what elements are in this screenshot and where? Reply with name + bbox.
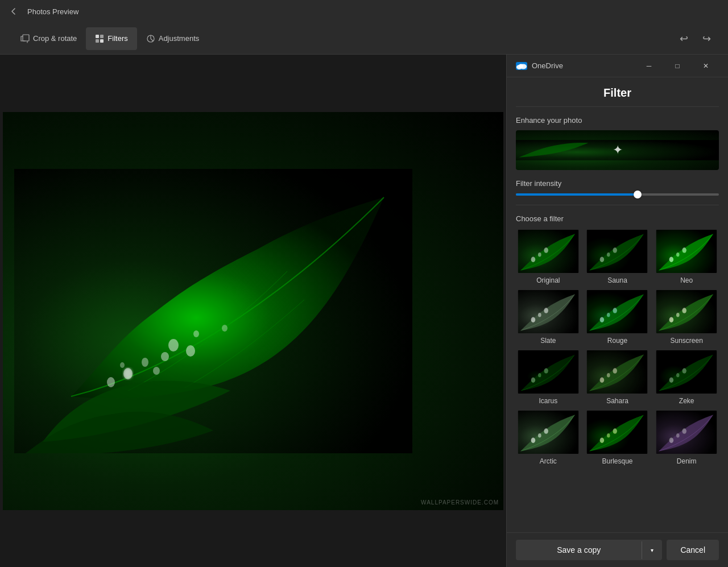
svg-point-34 — [531, 317, 535, 323]
filter-item-sauna[interactable]: Sauna — [585, 229, 650, 284]
svg-point-7 — [123, 368, 133, 379]
panel-title: Filter — [516, 86, 719, 107]
svg-point-47 — [538, 373, 541, 378]
filter-name-sahara: Sahara — [606, 397, 628, 405]
svg-point-43 — [676, 313, 680, 317]
svg-point-24 — [544, 247, 548, 253]
filter-thumb-icarus — [516, 349, 580, 395]
svg-point-13 — [186, 345, 195, 357]
toolbar: Crop & rotate Filters Adjustments ↩ ↪ — [0, 23, 728, 55]
svg-point-50 — [600, 378, 605, 383]
filter-item-icarus[interactable]: Icarus — [516, 349, 581, 405]
adjustments-button[interactable]: Adjustments — [137, 27, 209, 50]
svg-point-54 — [669, 378, 674, 383]
filters-button[interactable]: Filters — [86, 27, 136, 50]
filter-item-zeke[interactable]: Zeke — [654, 349, 719, 405]
adjustments-icon — [146, 34, 155, 43]
svg-point-38 — [600, 317, 605, 323]
save-copy-button[interactable]: Save a copy ▾ — [516, 540, 662, 560]
svg-point-16 — [161, 352, 169, 361]
svg-point-36 — [544, 308, 548, 313]
onedrive-bar: OneDrive ─ □ ✕ — [507, 55, 728, 77]
filter-thumb-zeke — [655, 349, 718, 395]
filter-panel: Filter Enhance your photo ✦ — [507, 77, 728, 532]
svg-point-66 — [669, 438, 674, 444]
svg-point-44 — [682, 308, 687, 313]
intensity-slider[interactable] — [516, 193, 719, 196]
redo-button[interactable]: ↪ — [696, 28, 717, 49]
filter-name-sauna: Sauna — [607, 276, 627, 284]
svg-point-31 — [676, 253, 680, 257]
filter-name-original: Original — [536, 276, 560, 284]
filter-thumb-slate — [516, 289, 580, 334]
svg-point-9 — [168, 339, 179, 351]
enhance-preview[interactable]: ✦ — [516, 130, 719, 170]
svg-point-28 — [613, 247, 618, 253]
undo-button[interactable]: ↩ — [673, 28, 694, 49]
filters-icon — [95, 34, 104, 43]
filter-item-original[interactable]: Original — [516, 229, 581, 284]
svg-point-52 — [613, 368, 618, 374]
filter-thumb-neo — [655, 229, 718, 274]
svg-point-27 — [607, 253, 610, 257]
svg-rect-4 — [100, 39, 104, 43]
intensity-label: Filter intensity — [516, 179, 719, 188]
svg-rect-1 — [96, 35, 99, 38]
svg-point-14 — [222, 325, 228, 332]
svg-point-56 — [682, 368, 687, 374]
enhance-label: Enhance your photo — [516, 116, 719, 125]
svg-point-68 — [682, 428, 687, 434]
filter-thumb-burlesque — [585, 409, 649, 455]
cancel-button[interactable]: Cancel — [667, 540, 719, 560]
svg-point-42 — [669, 317, 674, 323]
svg-point-11 — [107, 377, 115, 387]
crop-rotate-label: Crop & rotate — [33, 34, 77, 43]
svg-point-12 — [153, 367, 160, 375]
svg-point-32 — [682, 247, 687, 253]
svg-rect-2 — [100, 35, 104, 38]
svg-point-15 — [120, 362, 125, 368]
svg-point-23 — [538, 253, 541, 257]
svg-point-64 — [613, 428, 618, 434]
filter-name-burlesque: Burlesque — [602, 457, 632, 465]
minimize-button[interactable]: ─ — [636, 57, 662, 75]
filter-name-neo: Neo — [680, 276, 693, 284]
close-button[interactable]: ✕ — [693, 57, 719, 75]
watermark: WALLPAPERSWIDE.COM — [421, 499, 499, 506]
back-button[interactable] — [5, 2, 23, 20]
leaf-image — [14, 169, 412, 453]
svg-point-8 — [142, 358, 148, 367]
enhance-wand-icon: ✦ — [613, 143, 623, 158]
svg-point-63 — [607, 433, 610, 438]
choose-filter-label: Choose a filter — [516, 214, 719, 223]
svg-point-26 — [600, 257, 605, 263]
svg-point-22 — [531, 257, 535, 263]
filter-item-sunscreen[interactable]: Sunscreen — [654, 289, 719, 345]
filter-item-burlesque[interactable]: Burlesque — [585, 409, 650, 465]
filter-item-arctic[interactable]: Arctic — [516, 409, 581, 465]
filter-grid: Original Sauna — [516, 229, 719, 465]
svg-rect-3 — [96, 39, 99, 43]
svg-point-19 — [519, 64, 523, 68]
save-copy-dropdown[interactable]: ▾ — [642, 541, 662, 559]
filter-thumb-sunscreen — [655, 289, 718, 334]
save-copy-label: Save a copy — [516, 540, 642, 560]
filter-thumb-denim — [655, 409, 718, 455]
crop-rotate-button[interactable]: Crop & rotate — [11, 27, 86, 50]
maximize-button[interactable]: □ — [664, 57, 690, 75]
main-area: WALLPAPERSWIDE.COM OneDrive ─ — [0, 55, 728, 567]
filter-item-sahara[interactable]: Sahara — [585, 349, 650, 405]
filter-name-slate: Slate — [540, 337, 556, 345]
svg-point-67 — [676, 433, 680, 438]
svg-rect-0 — [23, 35, 29, 41]
filter-item-rouge[interactable]: Rouge — [585, 289, 650, 345]
filter-item-slate[interactable]: Slate — [516, 289, 581, 345]
right-panel: OneDrive ─ □ ✕ Filter Enhance your photo — [506, 55, 728, 567]
svg-point-30 — [669, 257, 674, 263]
filter-item-denim[interactable]: Denim — [654, 409, 719, 465]
filter-name-denim: Denim — [677, 457, 697, 465]
filter-item-neo[interactable]: Neo — [654, 229, 719, 284]
onedrive-label: OneDrive — [532, 61, 563, 70]
filter-name-icarus: Icarus — [539, 397, 557, 405]
undo-icon: ↩ — [680, 32, 688, 45]
